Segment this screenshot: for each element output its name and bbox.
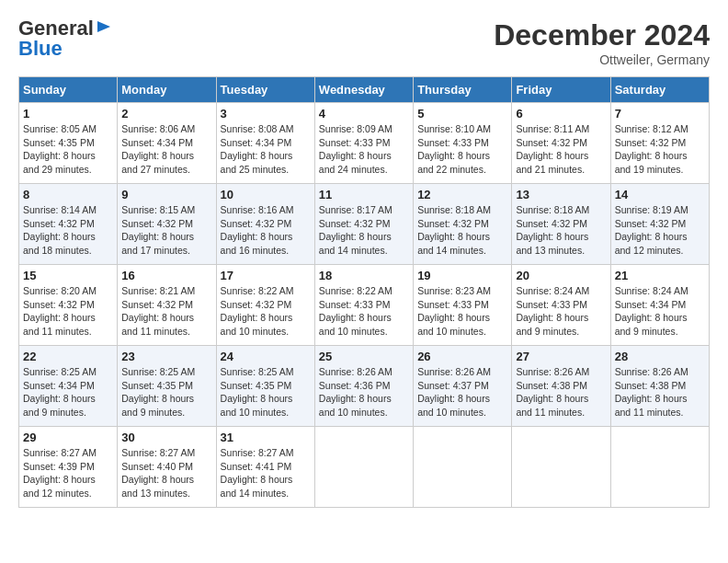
week-row-3: 15Sunrise: 8:20 AMSunset: 4:32 PMDayligh…: [19, 265, 710, 346]
calendar-cell: 4Sunrise: 8:09 AMSunset: 4:33 PMDaylight…: [314, 103, 413, 184]
calendar-cell: 30Sunrise: 8:27 AMSunset: 4:40 PMDayligh…: [118, 427, 216, 508]
day-number: 8: [23, 188, 113, 201]
calendar-cell: 7Sunrise: 8:12 AMSunset: 4:32 PMDaylight…: [610, 103, 709, 184]
calendar-cell: 16Sunrise: 8:21 AMSunset: 4:32 PMDayligh…: [118, 265, 216, 346]
page-header: General Blue December 2024 Ottweiler, Ge…: [18, 18, 710, 67]
day-info: Sunrise: 8:18 AMSunset: 4:32 PMDaylight:…: [417, 203, 507, 258]
day-info: Sunrise: 8:24 AMSunset: 4:33 PMDaylight:…: [516, 284, 606, 339]
day-number: 6: [516, 107, 606, 121]
day-info: Sunrise: 8:26 AMSunset: 4:38 PMDaylight:…: [516, 365, 606, 419]
logo-blue-text: Blue: [18, 39, 112, 59]
calendar-cell: 8Sunrise: 8:14 AMSunset: 4:32 PMDaylight…: [19, 184, 118, 265]
day-info: Sunrise: 8:25 AMSunset: 4:35 PMDaylight:…: [221, 365, 311, 419]
calendar-cell: [314, 427, 413, 508]
logo: General Blue: [18, 18, 112, 59]
day-info: Sunrise: 8:06 AMSunset: 4:34 PMDaylight:…: [121, 122, 211, 177]
day-info: Sunrise: 8:22 AMSunset: 4:33 PMDaylight:…: [319, 284, 409, 339]
weekday-header-tuesday: Tuesday: [216, 77, 314, 103]
week-row-1: 1Sunrise: 8:05 AMSunset: 4:35 PMDaylight…: [19, 103, 710, 184]
week-row-5: 29Sunrise: 8:27 AMSunset: 4:39 PMDayligh…: [19, 427, 710, 508]
svg-marker-0: [97, 21, 110, 32]
day-number: 14: [615, 188, 705, 201]
day-info: Sunrise: 8:17 AMSunset: 4:32 PMDaylight:…: [319, 203, 409, 258]
calendar-cell: 22Sunrise: 8:25 AMSunset: 4:34 PMDayligh…: [19, 346, 118, 427]
day-info: Sunrise: 8:26 AMSunset: 4:38 PMDaylight:…: [615, 365, 705, 419]
day-number: 18: [319, 269, 409, 282]
day-info: Sunrise: 8:21 AMSunset: 4:32 PMDaylight:…: [121, 284, 211, 339]
calendar-cell: 14Sunrise: 8:19 AMSunset: 4:32 PMDayligh…: [610, 184, 709, 265]
calendar-cell: 6Sunrise: 8:11 AMSunset: 4:32 PMDaylight…: [512, 103, 610, 184]
day-info: Sunrise: 8:27 AMSunset: 4:40 PMDaylight:…: [121, 446, 211, 500]
day-number: 28: [615, 350, 705, 363]
day-number: 27: [516, 350, 606, 363]
day-info: Sunrise: 8:16 AMSunset: 4:32 PMDaylight:…: [221, 203, 311, 258]
day-info: Sunrise: 8:15 AMSunset: 4:32 PMDaylight:…: [121, 203, 211, 258]
day-number: 15: [23, 269, 113, 282]
day-info: Sunrise: 8:23 AMSunset: 4:33 PMDaylight:…: [417, 284, 507, 339]
calendar-cell: 12Sunrise: 8:18 AMSunset: 4:32 PMDayligh…: [414, 184, 512, 265]
day-number: 31: [221, 431, 311, 444]
day-info: Sunrise: 8:05 AMSunset: 4:35 PMDaylight:…: [23, 122, 113, 177]
day-info: Sunrise: 8:25 AMSunset: 4:35 PMDaylight:…: [121, 365, 211, 419]
day-info: Sunrise: 8:22 AMSunset: 4:32 PMDaylight:…: [221, 284, 311, 339]
day-number: 30: [121, 431, 211, 444]
logo-flag-icon: [96, 19, 112, 36]
calendar-cell: [512, 427, 610, 508]
day-info: Sunrise: 8:27 AMSunset: 4:41 PMDaylight:…: [221, 446, 311, 500]
day-number: 5: [417, 107, 507, 121]
day-number: 9: [121, 188, 211, 201]
day-number: 16: [121, 269, 211, 282]
calendar-cell: 9Sunrise: 8:15 AMSunset: 4:32 PMDaylight…: [118, 184, 216, 265]
calendar-cell: 13Sunrise: 8:18 AMSunset: 4:32 PMDayligh…: [512, 184, 610, 265]
day-info: Sunrise: 8:25 AMSunset: 4:34 PMDaylight:…: [23, 365, 113, 419]
day-number: 4: [319, 107, 409, 121]
day-number: 17: [221, 269, 311, 282]
calendar-cell: 18Sunrise: 8:22 AMSunset: 4:33 PMDayligh…: [314, 265, 413, 346]
day-info: Sunrise: 8:12 AMSunset: 4:32 PMDaylight:…: [615, 122, 705, 177]
weekday-header-saturday: Saturday: [610, 77, 709, 103]
week-row-2: 8Sunrise: 8:14 AMSunset: 4:32 PMDaylight…: [19, 184, 710, 265]
day-info: Sunrise: 8:19 AMSunset: 4:32 PMDaylight:…: [615, 203, 705, 258]
day-number: 11: [319, 188, 409, 201]
weekday-header-sunday: Sunday: [19, 77, 118, 103]
day-number: 22: [23, 350, 113, 363]
calendar-cell: 29Sunrise: 8:27 AMSunset: 4:39 PMDayligh…: [19, 427, 118, 508]
day-number: 12: [417, 188, 507, 201]
day-number: 23: [121, 350, 211, 363]
logo-general-text: General: [18, 18, 94, 39]
day-number: 7: [615, 107, 705, 121]
calendar-cell: 25Sunrise: 8:26 AMSunset: 4:36 PMDayligh…: [314, 346, 413, 427]
day-info: Sunrise: 8:08 AMSunset: 4:34 PMDaylight:…: [221, 122, 311, 177]
calendar-cell: 31Sunrise: 8:27 AMSunset: 4:41 PMDayligh…: [216, 427, 314, 508]
day-number: 19: [417, 269, 507, 282]
day-info: Sunrise: 8:26 AMSunset: 4:36 PMDaylight:…: [319, 365, 409, 419]
calendar-cell: 24Sunrise: 8:25 AMSunset: 4:35 PMDayligh…: [216, 346, 314, 427]
day-number: 24: [221, 350, 311, 363]
day-number: 13: [516, 188, 606, 201]
calendar-cell: [610, 427, 709, 508]
calendar-cell: 28Sunrise: 8:26 AMSunset: 4:38 PMDayligh…: [610, 346, 709, 427]
weekday-header-row: SundayMondayTuesdayWednesdayThursdayFrid…: [19, 77, 710, 103]
day-info: Sunrise: 8:10 AMSunset: 4:33 PMDaylight:…: [417, 122, 507, 177]
day-info: Sunrise: 8:18 AMSunset: 4:32 PMDaylight:…: [516, 203, 606, 258]
calendar-cell: 23Sunrise: 8:25 AMSunset: 4:35 PMDayligh…: [118, 346, 216, 427]
location-text: Ottweiler, Germany: [494, 52, 710, 67]
day-number: 25: [319, 350, 409, 363]
calendar-cell: 1Sunrise: 8:05 AMSunset: 4:35 PMDaylight…: [19, 103, 118, 184]
day-info: Sunrise: 8:27 AMSunset: 4:39 PMDaylight:…: [23, 446, 113, 500]
weekday-header-thursday: Thursday: [414, 77, 512, 103]
day-info: Sunrise: 8:20 AMSunset: 4:32 PMDaylight:…: [23, 284, 113, 339]
day-number: 10: [221, 188, 311, 201]
day-info: Sunrise: 8:14 AMSunset: 4:32 PMDaylight:…: [23, 203, 113, 258]
calendar-cell: 10Sunrise: 8:16 AMSunset: 4:32 PMDayligh…: [216, 184, 314, 265]
calendar-cell: 19Sunrise: 8:23 AMSunset: 4:33 PMDayligh…: [414, 265, 512, 346]
day-info: Sunrise: 8:11 AMSunset: 4:32 PMDaylight:…: [516, 122, 606, 177]
day-info: Sunrise: 8:24 AMSunset: 4:34 PMDaylight:…: [615, 284, 705, 339]
calendar-cell: 11Sunrise: 8:17 AMSunset: 4:32 PMDayligh…: [314, 184, 413, 265]
calendar-table: SundayMondayTuesdayWednesdayThursdayFrid…: [18, 76, 710, 508]
calendar-cell: 2Sunrise: 8:06 AMSunset: 4:34 PMDaylight…: [118, 103, 216, 184]
day-number: 2: [121, 107, 211, 121]
month-title: December 2024: [494, 18, 710, 52]
day-number: 26: [417, 350, 507, 363]
day-number: 21: [615, 269, 705, 282]
